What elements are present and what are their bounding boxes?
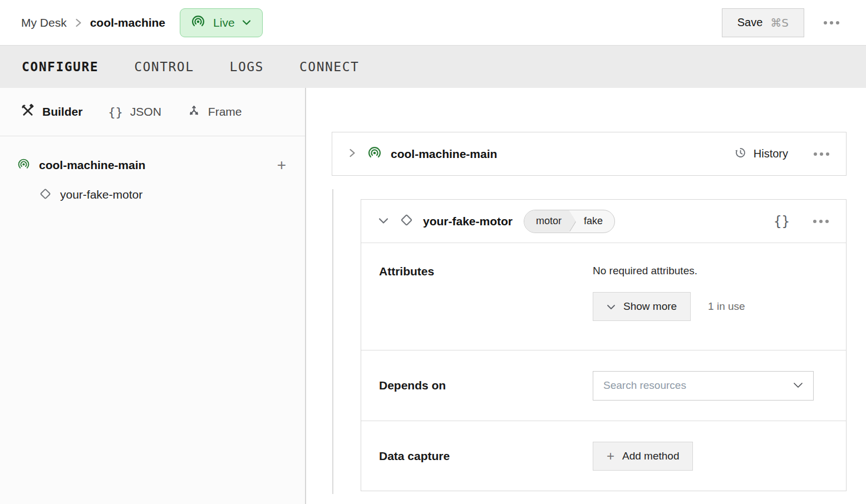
tab-configure[interactable]: CONFIGURE	[22, 60, 99, 74]
breadcrumb-parent-link[interactable]: My Desk	[21, 16, 67, 29]
tools-icon	[21, 103, 35, 120]
machine-part-card: cool-machine-main History	[332, 132, 847, 176]
save-button-label: Save	[737, 16, 763, 29]
breadcrumb: My Desk cool-machine	[21, 16, 165, 29]
view-mode-switcher: Builder {} JSON Frame	[0, 88, 305, 136]
attributes-label: Attributes	[379, 265, 593, 278]
tree-connector-line	[332, 189, 333, 494]
tree-item-component[interactable]: your-fake-motor	[0, 180, 305, 210]
resource-tree: cool-machine-main + your-fake-motor	[0, 136, 305, 210]
component-card-header: your-fake-motor motor fake {}	[361, 200, 846, 243]
part-overflow-menu-icon[interactable]	[811, 149, 831, 159]
data-capture-label: Data capture	[379, 449, 593, 463]
attributes-section: Attributes No required attributes. Show …	[361, 243, 846, 350]
history-button[interactable]: History	[734, 146, 788, 162]
live-status-dropdown[interactable]: Live	[180, 8, 263, 37]
depends-on-section: Depends on	[361, 350, 846, 421]
expand-chevron-right-icon[interactable]	[349, 147, 356, 161]
mode-builder[interactable]: Builder	[21, 103, 82, 120]
save-button[interactable]: Save ⌘S	[722, 8, 804, 37]
mode-json[interactable]: {} JSON	[108, 105, 161, 119]
add-method-button[interactable]: + Add method	[593, 442, 693, 471]
edit-json-braces-icon[interactable]: {}	[774, 214, 790, 229]
history-clock-icon	[734, 146, 747, 162]
component-card-title: your-fake-motor	[423, 215, 513, 228]
mode-frame-label: Frame	[208, 105, 242, 118]
chevron-down-icon	[242, 18, 251, 28]
component-card: your-fake-motor motor fake {}	[361, 199, 847, 491]
mode-frame[interactable]: Frame	[187, 104, 242, 120]
top-header: My Desk cool-machine Live Save ⌘S	[0, 0, 866, 46]
chevron-down-icon	[607, 300, 616, 313]
attributes-usage-text: 1 in use	[708, 300, 745, 313]
machine-online-icon	[190, 14, 206, 32]
attributes-empty-text: No required attributes.	[593, 265, 745, 277]
component-diamond-icon	[399, 213, 414, 230]
save-shortcut-hint: ⌘S	[770, 16, 789, 29]
depends-on-search-input[interactable]	[603, 379, 793, 392]
badge-type-label: motor	[536, 215, 562, 227]
mode-json-label: JSON	[130, 105, 161, 118]
tab-control[interactable]: CONTROL	[134, 60, 194, 74]
badge-type-segment: motor	[524, 210, 575, 233]
show-more-label: Show more	[623, 300, 677, 313]
breadcrumb-machine-name: cool-machine	[90, 16, 165, 29]
frame-axes-icon	[187, 104, 201, 120]
part-card-title: cool-machine-main	[391, 147, 497, 161]
add-method-label: Add method	[622, 450, 679, 462]
history-label: History	[754, 147, 788, 160]
badge-model-label: fake	[584, 215, 603, 227]
tab-connect[interactable]: CONNECT	[299, 60, 359, 74]
configure-sidebar: Builder {} JSON Frame	[0, 88, 306, 504]
plus-icon: +	[607, 449, 614, 463]
chevron-down-icon[interactable]	[793, 381, 803, 391]
tree-component-label: your-fake-motor	[60, 188, 142, 201]
depends-on-search-box	[593, 371, 814, 401]
braces-icon: {}	[108, 105, 123, 119]
chevron-right-icon	[75, 18, 82, 28]
machine-overflow-menu-icon[interactable]	[821, 18, 842, 28]
badge-model-segment: fake	[577, 210, 614, 233]
component-type-badge: motor fake	[524, 210, 615, 233]
depends-on-label: Depends on	[379, 379, 593, 392]
machine-tab-bar: CONFIGURE CONTROL LOGS CONNECT	[0, 46, 866, 88]
component-diamond-icon	[38, 187, 52, 203]
machine-part-icon	[367, 145, 382, 163]
live-status-label: Live	[213, 16, 235, 29]
configure-main-panel: cool-machine-main History	[306, 88, 866, 504]
show-more-button[interactable]: Show more	[593, 292, 691, 321]
machine-part-icon	[17, 157, 31, 174]
add-component-button[interactable]: +	[277, 157, 286, 173]
tree-part-label: cool-machine-main	[39, 159, 145, 172]
data-capture-section: Data capture + Add method	[361, 421, 846, 491]
tab-logs[interactable]: LOGS	[230, 60, 264, 74]
mode-builder-label: Builder	[42, 105, 82, 118]
tree-item-machine-part[interactable]: cool-machine-main +	[0, 151, 305, 180]
collapse-chevron-down-icon[interactable]	[378, 216, 389, 226]
component-overflow-menu-icon[interactable]	[811, 216, 831, 226]
